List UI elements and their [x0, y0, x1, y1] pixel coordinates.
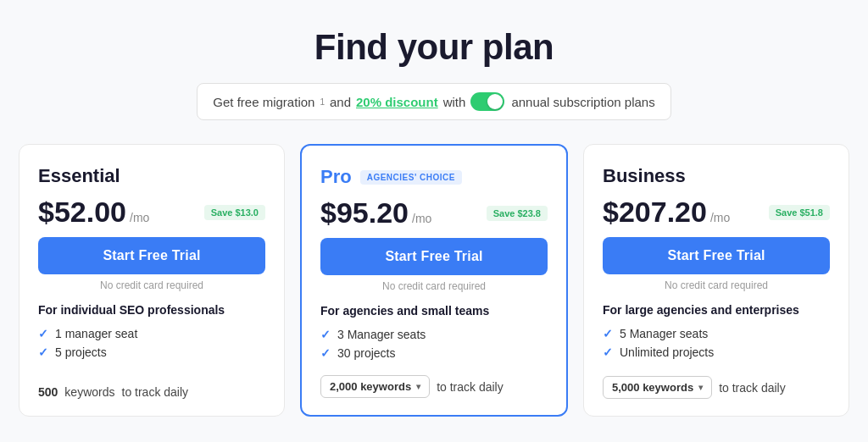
- feature-text: Unlimited projects: [620, 345, 714, 359]
- dropdown-label: 2,000 keywords: [330, 380, 411, 393]
- dropdown-label: 5,000 keywords: [612, 381, 693, 394]
- keywords-suffix: to track daily: [122, 385, 189, 399]
- per-mo-essential: /mo: [130, 211, 149, 224]
- price-pro: $95.20: [320, 196, 409, 229]
- feature-list-pro: ✓3 Manager seats✓30 projects: [320, 328, 548, 360]
- plan-card-pro: ProAGENCIES' CHOICE$95.20/moSave $23.8St…: [300, 144, 568, 417]
- plan-name-essential: Essential: [38, 165, 120, 187]
- no-cc-pro: No credit card required: [320, 280, 548, 292]
- plan-name-pro: Pro: [320, 166, 352, 188]
- check-icon: ✓: [38, 345, 48, 359]
- plan-name-row-essential: Essential: [38, 165, 265, 187]
- plan-badge-pro: AGENCIES' CHOICE: [360, 170, 462, 185]
- per-mo-pro: /mo: [412, 212, 431, 225]
- chevron-down-icon: ▾: [698, 383, 703, 392]
- check-icon: ✓: [603, 327, 613, 340]
- list-item: ✓1 manager seat: [38, 327, 265, 340]
- plan-name-business: Business: [603, 165, 686, 187]
- subtitle-prefix: Get free migration: [213, 95, 314, 109]
- keywords-label: keywords: [64, 385, 114, 399]
- price-business: $207.20: [603, 196, 707, 229]
- list-item: ✓Unlimited projects: [603, 345, 830, 359]
- no-cc-essential: No credit card required: [38, 279, 265, 291]
- plan-desc-business: For large agencies and enterprises: [603, 303, 830, 317]
- feature-text: 30 projects: [337, 346, 395, 360]
- check-icon: ✓: [320, 328, 331, 341]
- feature-text: 3 Manager seats: [337, 328, 426, 341]
- price-row-essential: $52.00/moSave $13.0: [38, 196, 265, 229]
- price-row-pro: $95.20/moSave $23.8: [320, 196, 548, 229]
- subtitle-suffix: with: [443, 95, 466, 109]
- feature-text: 5 projects: [55, 345, 107, 359]
- toggle-wrap: annual subscription plans: [470, 92, 654, 111]
- price-row-business: $207.20/moSave $51.8: [603, 196, 830, 229]
- keywords-dropdown-pro[interactable]: 2,000 keywords▾: [320, 375, 430, 398]
- check-icon: ✓: [320, 346, 331, 360]
- cta-button-essential[interactable]: Start Free Trial: [38, 237, 265, 274]
- keywords-value: 500: [38, 385, 58, 399]
- feature-text: 5 Manager seats: [620, 327, 708, 340]
- keywords-suffix: to track daily: [719, 381, 786, 395]
- keywords-row-business: 5,000 keywords▾to track daily: [603, 369, 830, 399]
- chevron-down-icon: ▾: [416, 382, 420, 391]
- feature-list-essential: ✓1 manager seat✓5 projects: [38, 327, 265, 359]
- feature-list-business: ✓5 Manager seats✓Unlimited projects: [603, 327, 830, 359]
- subtitle-row: Get free migration 1 and 20% discount wi…: [197, 83, 670, 120]
- price-essential: $52.00: [38, 196, 126, 229]
- save-badge-pro: Save $23.8: [487, 206, 548, 221]
- check-icon: ✓: [603, 345, 613, 359]
- no-cc-business: No credit card required: [603, 279, 830, 291]
- toggle-label: annual subscription plans: [511, 95, 654, 109]
- save-badge-essential: Save $13.0: [204, 205, 265, 220]
- keywords-dropdown-business[interactable]: 5,000 keywords▾: [603, 376, 712, 399]
- page-title: Find your plan: [314, 27, 554, 68]
- plan-card-business: Business$207.20/moSave $51.8Start Free T…: [583, 144, 849, 417]
- check-icon: ✓: [38, 327, 48, 340]
- cta-button-pro[interactable]: Start Free Trial: [320, 238, 548, 275]
- discount-link[interactable]: 20% discount: [356, 95, 438, 109]
- plans-row: Essential$52.00/moSave $13.0Start Free T…: [19, 144, 849, 417]
- keywords-row-pro: 2,000 keywords▾to track daily: [320, 368, 548, 398]
- list-item: ✓3 Manager seats: [320, 328, 548, 341]
- plan-desc-pro: For agencies and small teams: [320, 304, 548, 318]
- list-item: ✓5 projects: [38, 345, 265, 359]
- keywords-row-essential: 500keywordsto track daily: [38, 378, 265, 399]
- subtitle-connector: and: [330, 95, 351, 109]
- plan-name-row-business: Business: [603, 165, 830, 187]
- per-mo-business: /mo: [710, 211, 730, 224]
- cta-button-business[interactable]: Start Free Trial: [603, 237, 830, 274]
- save-badge-business: Save $51.8: [769, 205, 830, 220]
- list-item: ✓30 projects: [320, 346, 548, 360]
- keywords-suffix: to track daily: [437, 380, 504, 394]
- list-item: ✓5 Manager seats: [603, 327, 830, 340]
- annual-toggle[interactable]: [470, 92, 504, 111]
- footnote-marker: 1: [320, 97, 325, 107]
- plan-name-row-pro: ProAGENCIES' CHOICE: [320, 166, 548, 188]
- feature-text: 1 manager seat: [55, 327, 137, 340]
- plan-desc-essential: For individual SEO professionals: [38, 303, 265, 317]
- plan-card-essential: Essential$52.00/moSave $13.0Start Free T…: [19, 144, 285, 417]
